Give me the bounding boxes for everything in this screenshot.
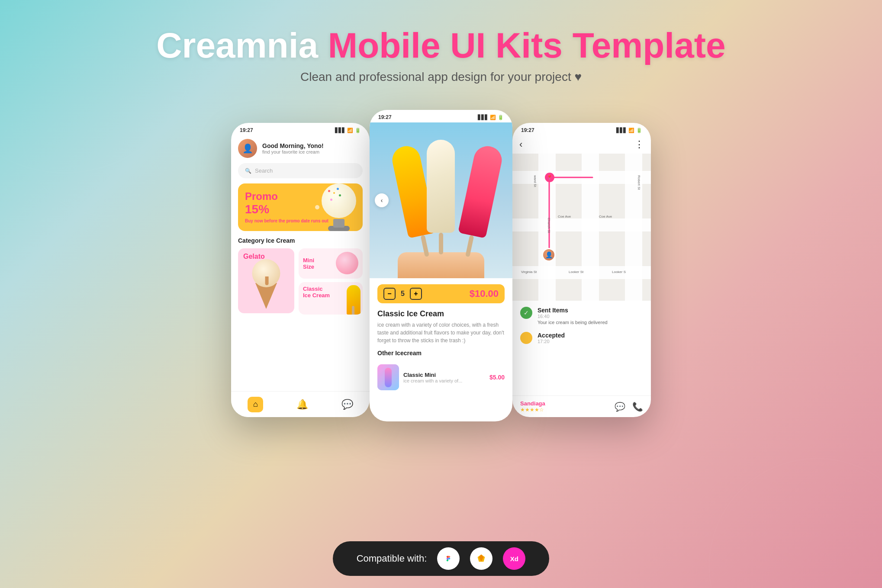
- mini-label2: Size: [303, 263, 331, 270]
- popsicle-image: ‹: [370, 122, 512, 278]
- greeting-sub: find your favorite ice cream: [262, 149, 324, 154]
- battery-icon: 🔋: [355, 128, 361, 133]
- delivery-info-accepted: Accepted 17:20: [538, 332, 565, 345]
- nav-home[interactable]: ⌂: [248, 397, 263, 412]
- other-item-desc: ice cream with a variety of...: [403, 378, 462, 383]
- mini-label: Mini: [303, 257, 331, 263]
- delivery-item-sent: ✓ Sent Items 16:40 Your ice cream is bei…: [520, 307, 643, 325]
- time-right: 19:27: [521, 127, 534, 133]
- xd-label: Xd: [510, 555, 518, 562]
- right-header: ‹ ⋮: [512, 135, 651, 154]
- sketch-icon: [470, 547, 493, 570]
- signal-icon: ▋▋▋: [335, 128, 345, 133]
- call-icon[interactable]: 📞: [632, 402, 643, 412]
- status-bar-right: 19:27 ▋▋▋ 📶 🔋: [512, 123, 651, 135]
- delivery-desc-sent: Your ice cream is being delivered: [538, 320, 608, 325]
- figma-icon: [437, 547, 460, 570]
- status-icons-left: ▋▋▋ 📶 🔋: [335, 128, 361, 133]
- price-display: $10.00: [470, 288, 499, 299]
- more-button-right[interactable]: ⋮: [634, 139, 644, 150]
- other-item-name: Classic Mini: [403, 372, 462, 378]
- svg-text:Looker S: Looker S: [612, 270, 626, 274]
- product-title: Classic Ice Cream: [377, 309, 505, 318]
- subtitle: Clean and professional app design for yo…: [0, 70, 882, 84]
- map-pin-end: 👤: [542, 248, 556, 262]
- qty-controls: − 5 +: [383, 288, 422, 300]
- map-svg: Church St Coe Ave Coe Ave Virginia St Lo…: [512, 154, 651, 301]
- delivery-status-sent: Sent Items: [538, 307, 608, 314]
- status-bar-left: 19:27 ▋▋▋ 📶 🔋: [231, 123, 370, 135]
- bottom-nav-left: ⌂ 🔔 💬: [231, 391, 370, 417]
- time-center: 19:27: [378, 114, 392, 120]
- other-item-info: Classic Mini ice cream with a variety of…: [403, 372, 462, 383]
- user-info-right: Sandiaga ★★★★☆: [520, 400, 545, 413]
- battery-icon-r: 🔋: [636, 128, 642, 133]
- promo-icecream-art: [315, 183, 363, 231]
- nav-bell[interactable]: 🔔: [296, 399, 308, 410]
- other-item-img: [377, 364, 399, 390]
- svg-text:Church St: Church St: [547, 218, 551, 233]
- svg-text:Coe Ave: Coe Ave: [599, 215, 612, 218]
- greeting-text: Good Morning, Yono! find your favorite i…: [262, 142, 324, 154]
- svg-rect-4: [512, 218, 651, 231]
- qty-plus-button[interactable]: +: [410, 288, 422, 300]
- other-item-price: $5.00: [489, 374, 505, 381]
- phone-left: 19:27 ▋▋▋ 📶 🔋 👤 Good Morning, Yono! find…: [231, 123, 370, 417]
- svg-text:Coe Ave: Coe Ave: [558, 215, 571, 218]
- greeting-name: Good Morning, Yono!: [262, 142, 324, 149]
- wifi-icon: 📶: [347, 128, 353, 133]
- status-bar-center: 19:27 ▋▋▋ 📶 🔋: [370, 110, 512, 122]
- other-item-classic-mini[interactable]: Classic Mini ice cream with a variety of…: [377, 361, 505, 394]
- footer-action-icons: 💬 📞: [615, 402, 643, 412]
- status-icons-right: ▋▋▋ 📶 🔋: [616, 128, 642, 133]
- phone-center: 19:27 ▋▋▋ 📶 🔋: [370, 110, 512, 421]
- promo-banner: Promo 15% Buy now before the promo date …: [238, 183, 363, 231]
- signal-icon-c: ▋▋▋: [478, 115, 488, 120]
- delivery-dot-icon: [520, 332, 532, 344]
- message-icon[interactable]: 💬: [615, 402, 625, 412]
- category-mini[interactable]: Mini Size: [299, 248, 363, 279]
- compatible-bar: Compatible with: Xd: [333, 541, 549, 576]
- nav-chat[interactable]: 💬: [341, 399, 353, 410]
- back-button-right[interactable]: ‹: [519, 139, 522, 150]
- center-bottom: − 5 + $10.00 Classic Ice Cream ice cream…: [370, 278, 512, 400]
- delivery-item-accepted: Accepted 17:20: [520, 332, 643, 345]
- right-bottom: ✓ Sent Items 16:40 Your ice cream is bei…: [512, 301, 651, 358]
- back-button-center[interactable]: ‹: [375, 193, 389, 207]
- chat-icon: 💬: [341, 399, 353, 410]
- map-area: Church St Coe Ave Coe Ave Virginia St Lo…: [512, 154, 651, 301]
- time-left: 19:27: [240, 127, 253, 133]
- page-title: Creamnia Mobile UI Kits Template: [0, 26, 882, 65]
- status-icons-center: ▋▋▋ 📶 🔋: [478, 115, 504, 120]
- user-avatar: 👤: [238, 139, 257, 158]
- battery-icon-c: 🔋: [498, 115, 504, 120]
- category-gelato[interactable]: Gelato: [238, 248, 294, 313]
- svg-text:ward St: ward St: [533, 175, 537, 187]
- qty-minus-button[interactable]: −: [383, 288, 396, 300]
- svg-text:Virginia St: Virginia St: [521, 270, 537, 274]
- category-grid: Gelato Mini: [238, 248, 363, 315]
- delivery-info-sent: Sent Items 16:40 Your ice cream is being…: [538, 307, 608, 325]
- compatible-label: Compatible with:: [357, 553, 427, 564]
- svg-text:Robert St: Robert St: [637, 175, 641, 190]
- right-footer: Sandiaga ★★★★☆ 💬 📞: [512, 395, 651, 417]
- greeting-section: 👤 Good Morning, Yono! find your favorite…: [238, 139, 363, 158]
- category-classic[interactable]: Classic Ice Cream: [299, 282, 363, 315]
- left-phone-content: 👤 Good Morning, Yono! find your favorite…: [231, 139, 370, 315]
- category-title: Category Ice Cream: [238, 237, 363, 244]
- search-icon: 🔍: [245, 168, 251, 174]
- phone-right: 19:27 ▋▋▋ 📶 🔋 ‹ ⋮: [512, 123, 651, 417]
- xd-icon: Xd: [503, 547, 525, 570]
- delivery-status-accepted: Accepted: [538, 332, 565, 339]
- delivery-time-sent: 16:40: [538, 314, 608, 319]
- other-title: Other Icecream: [377, 350, 505, 357]
- search-bar[interactable]: 🔍 Search: [238, 163, 363, 178]
- user-name-right: Sandiaga: [520, 400, 545, 407]
- delivery-check-icon: ✓: [520, 307, 532, 319]
- phones-container: 19:27 ▋▋▋ 📶 🔋 👤 Good Morning, Yono! find…: [0, 101, 882, 421]
- home-icon: ⌂: [253, 400, 258, 409]
- product-desc: ice cream with a variety of color choice…: [377, 321, 505, 344]
- signal-icon-r: ▋▋▋: [616, 128, 627, 133]
- quantity-price-row: − 5 + $10.00: [377, 284, 505, 303]
- delivery-time-accepted: 17:20: [538, 339, 565, 344]
